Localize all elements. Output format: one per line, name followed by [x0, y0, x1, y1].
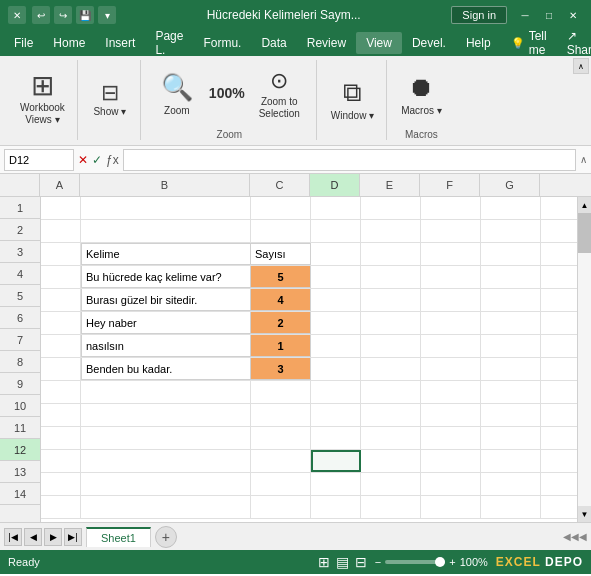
cell-a4[interactable]	[41, 266, 81, 288]
cell-b3[interactable]: Kelime	[81, 243, 251, 265]
cell-c14[interactable]	[251, 496, 311, 518]
cell-d8[interactable]	[311, 358, 361, 380]
cell-g10[interactable]	[481, 404, 541, 426]
cell-d1[interactable]	[311, 197, 361, 219]
macros-button[interactable]: ⏺ Macros ▾	[397, 64, 446, 124]
cell-b11[interactable]	[81, 427, 251, 449]
col-header-b[interactable]: B	[80, 174, 250, 196]
first-sheet-button[interactable]: |◀	[4, 528, 22, 546]
cell-e2[interactable]	[361, 220, 421, 242]
cell-e11[interactable]	[361, 427, 421, 449]
row-header-7[interactable]: 7	[0, 329, 40, 351]
col-header-c[interactable]: C	[250, 174, 310, 196]
cell-a3[interactable]	[41, 243, 81, 265]
cell-g5[interactable]	[481, 289, 541, 311]
corner-cell[interactable]	[0, 174, 40, 196]
col-header-g[interactable]: G	[480, 174, 540, 196]
cell-g7[interactable]	[481, 335, 541, 357]
signin-button[interactable]: Sign in	[451, 6, 507, 24]
cell-f10[interactable]	[421, 404, 481, 426]
cell-b14[interactable]	[81, 496, 251, 518]
cell-f14[interactable]	[421, 496, 481, 518]
prev-sheet-button[interactable]: ◀	[24, 528, 42, 546]
cell-g3[interactable]	[481, 243, 541, 265]
row-header-5[interactable]: 5	[0, 285, 40, 307]
cell-e4[interactable]	[361, 266, 421, 288]
cell-a13[interactable]	[41, 473, 81, 495]
cell-e10[interactable]	[361, 404, 421, 426]
cell-e1[interactable]	[361, 197, 421, 219]
cell-b5[interactable]: Burası güzel bir sitedir.	[81, 289, 251, 311]
row-header-2[interactable]: 2	[0, 219, 40, 241]
cell-e8[interactable]	[361, 358, 421, 380]
cell-g14[interactable]	[481, 496, 541, 518]
excel-icon[interactable]: ✕	[8, 6, 26, 24]
cell-d2[interactable]	[311, 220, 361, 242]
cell-a1[interactable]	[41, 197, 81, 219]
cell-d13[interactable]	[311, 473, 361, 495]
page-layout-view-icon[interactable]: ▤	[336, 554, 349, 570]
redo-icon[interactable]: ↪	[54, 6, 72, 24]
cell-b7[interactable]: nasılsın	[81, 335, 251, 357]
formula-input[interactable]	[123, 149, 576, 171]
expand-formula-bar-icon[interactable]: ∧	[580, 154, 587, 165]
next-sheet-button[interactable]: ▶	[44, 528, 62, 546]
last-sheet-button[interactable]: ▶|	[64, 528, 82, 546]
cell-f2[interactable]	[421, 220, 481, 242]
row-header-14[interactable]: 14	[0, 483, 40, 505]
menu-formulas[interactable]: Formu.	[193, 32, 251, 54]
cell-c8[interactable]: 3	[251, 358, 311, 380]
zoom-in-icon[interactable]: +	[449, 556, 455, 568]
col-header-e[interactable]: E	[360, 174, 420, 196]
cell-e5[interactable]	[361, 289, 421, 311]
cell-g6[interactable]	[481, 312, 541, 334]
cell-g12[interactable]	[481, 450, 541, 472]
maximize-button[interactable]: □	[539, 5, 559, 25]
cell-d10[interactable]	[311, 404, 361, 426]
scrollbar-track[interactable]	[578, 213, 591, 506]
sheet-dots-left[interactable]: ◀◀◀	[563, 531, 587, 542]
show-button[interactable]: ⊟ Show ▾	[88, 69, 132, 129]
cell-reference-box[interactable]: D12	[4, 149, 74, 171]
cell-c4[interactable]: 5	[251, 266, 311, 288]
cell-g9[interactable]	[481, 381, 541, 403]
row-header-6[interactable]: 6	[0, 307, 40, 329]
scroll-up-button[interactable]: ▲	[578, 197, 592, 213]
cell-g11[interactable]	[481, 427, 541, 449]
cell-f13[interactable]	[421, 473, 481, 495]
row-header-1[interactable]: 1	[0, 197, 40, 219]
row-header-9[interactable]: 9	[0, 373, 40, 395]
cell-c5[interactable]: 4	[251, 289, 311, 311]
cell-e6[interactable]	[361, 312, 421, 334]
cell-g13[interactable]	[481, 473, 541, 495]
page-break-view-icon[interactable]: ⊟	[355, 554, 367, 570]
cell-g4[interactable]	[481, 266, 541, 288]
customize-icon[interactable]: ▾	[98, 6, 116, 24]
cell-f1[interactable]	[421, 197, 481, 219]
menu-home[interactable]: Home	[43, 32, 95, 54]
col-header-d[interactable]: D	[310, 174, 360, 196]
cell-d6[interactable]	[311, 312, 361, 334]
cell-a10[interactable]	[41, 404, 81, 426]
cell-f9[interactable]	[421, 381, 481, 403]
cell-d4[interactable]	[311, 266, 361, 288]
cell-a2[interactable]	[41, 220, 81, 242]
cell-c2[interactable]	[251, 220, 311, 242]
row-header-4[interactable]: 4	[0, 263, 40, 285]
cell-c11[interactable]	[251, 427, 311, 449]
cell-f4[interactable]	[421, 266, 481, 288]
menu-review[interactable]: Review	[297, 32, 356, 54]
cell-f7[interactable]	[421, 335, 481, 357]
cell-d7[interactable]	[311, 335, 361, 357]
zoom-button[interactable]: 🔍 Zoom	[155, 64, 199, 124]
cell-c12[interactable]	[251, 450, 311, 472]
col-header-f[interactable]: F	[420, 174, 480, 196]
zoom-100-button[interactable]: 100%	[205, 64, 249, 124]
cell-c10[interactable]	[251, 404, 311, 426]
menu-developer[interactable]: Devel.	[402, 32, 456, 54]
cell-b2[interactable]	[81, 220, 251, 242]
cell-g1[interactable]	[481, 197, 541, 219]
cell-a6[interactable]	[41, 312, 81, 334]
cell-c1[interactable]	[251, 197, 311, 219]
close-button[interactable]: ✕	[563, 5, 583, 25]
